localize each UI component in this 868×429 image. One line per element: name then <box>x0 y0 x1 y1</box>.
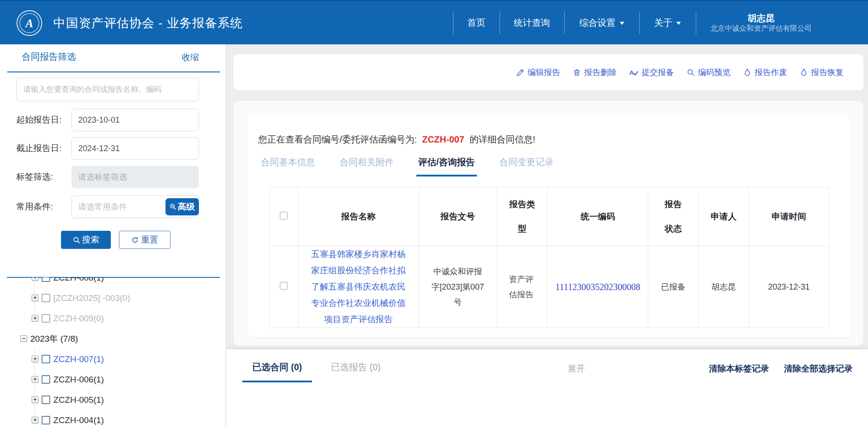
reports-table: 报告名称 报告文号 报告类型 统一编码 报告状态 申请人 申请时间 五寨县韩家楼… <box>269 187 829 328</box>
tree-item[interactable]: + ZCZH-006(1) <box>0 369 225 390</box>
detail-tabs: 合同基本信息 合同相关附件 评估/咨询报告 合同变更记录 <box>259 156 556 176</box>
tree-checkbox[interactable] <box>42 416 50 424</box>
tab-assessment-reports[interactable]: 评估/咨询报告 <box>416 156 477 176</box>
expand-plus-icon[interactable]: + <box>32 295 38 301</box>
contract-tree: + ZCZH-008(1) + [ZCZH2025] -003(0) + ZCZ… <box>0 277 225 429</box>
unified-code-link[interactable]: 1111230035202300008 <box>556 282 641 292</box>
code-preview-action[interactable]: 编码预览 <box>687 67 731 78</box>
expand-plus-icon[interactable]: + <box>32 277 38 281</box>
tree-item[interactable]: + ZCZH-009(0) <box>0 308 225 329</box>
contract-code: ZCZH-007 <box>420 134 467 144</box>
col-applicant: 申请人 <box>711 205 736 229</box>
user-block[interactable]: 胡志昆 北京中诚众和资产评估有限公司 <box>696 1 868 44</box>
expand-plus-icon[interactable]: + <box>32 396 38 403</box>
nav-item-home[interactable]: 首页 <box>453 1 500 44</box>
nav-item-statistics[interactable]: 统计查询 <box>500 1 564 44</box>
expand-plus-icon[interactable]: + <box>32 315 38 322</box>
row-checkbox[interactable] <box>280 282 288 290</box>
delete-report-action[interactable]: 报告删除 <box>573 67 617 78</box>
user-name: 胡志昆 <box>748 12 775 24</box>
pencil-icon <box>516 68 524 76</box>
title-divider <box>7 72 220 72</box>
magnifier-minus-icon <box>170 203 177 210</box>
brand: A 中国资产评估协会 - 业务报备系统 <box>16 1 243 44</box>
end-date-input[interactable] <box>71 137 199 160</box>
association-logo-icon: A <box>16 10 42 36</box>
keyword-search-input[interactable] <box>16 78 199 101</box>
col-report-doc-no: 报告文号 <box>441 205 475 229</box>
svg-text:A: A <box>629 69 634 76</box>
tree-checkbox[interactable] <box>42 355 50 363</box>
select-all-checkbox[interactable] <box>280 212 288 219</box>
submit-check-icon: A <box>629 68 638 76</box>
report-name-link[interactable]: 五寨县韩家楼乡肖家村杨家庄组股份经济合作社拟了解五寨县伟庆农机农民专业合作社农业… <box>311 249 406 324</box>
clear-links: 清除本标签记录 清除全部选择记录 <box>709 363 853 375</box>
nav-item-settings[interactable]: 综合设置 <box>564 1 639 44</box>
tab-contract-attachments[interactable]: 合同相关附件 <box>338 156 396 176</box>
tag-filter-input[interactable] <box>71 166 199 188</box>
tree-item[interactable]: + ZCZH-008(1) <box>0 277 225 288</box>
viewing-heading: 您正在查看合同编号/委托评估函编号为: ZCZH-007 的详细合同信息! <box>258 133 535 146</box>
col-report-name: 报告名称 <box>341 205 376 229</box>
expand-toggle[interactable]: 展开 <box>568 363 585 375</box>
tab-contract-basic-info[interactable]: 合同基本信息 <box>259 156 317 176</box>
clear-tab-records-link[interactable]: 清除本标签记录 <box>709 363 769 375</box>
end-date-label: 截止报告日: <box>16 137 61 160</box>
user-company: 北京中诚众和资产评估有限公司 <box>711 24 812 33</box>
clear-all-records-link[interactable]: 清除全部选择记录 <box>784 363 853 375</box>
magnifier-icon <box>687 68 695 76</box>
void-report-action[interactable]: 报告作废 <box>743 67 787 78</box>
tree-item[interactable]: + ZCZH-004(1) <box>0 410 225 429</box>
app-title: 中国资产评估协会 - 业务报备系统 <box>53 15 243 31</box>
tree-item[interactable]: + ZCZH-005(1) <box>0 390 225 410</box>
col-apply-time: 申请时间 <box>772 205 806 229</box>
expand-plus-icon[interactable]: + <box>32 376 38 383</box>
heading-prefix: 您正在查看合同编号/委托评估函编号为: <box>258 134 417 144</box>
tree-checkbox[interactable] <box>42 396 50 404</box>
filter-panel-title: 合同报告筛选 <box>22 51 76 63</box>
tree-item[interactable]: + [ZCZH2025] -003(0) <box>0 288 225 308</box>
collapse-minus-icon[interactable]: − <box>20 335 27 342</box>
expand-plus-icon[interactable]: + <box>32 417 38 424</box>
tab-contract-change-records[interactable]: 合同变更记录 <box>498 156 556 176</box>
reset-button[interactable]: 重置 <box>119 231 170 249</box>
tree-checkbox[interactable] <box>42 277 50 282</box>
table-header-row: 报告名称 报告文号 报告类型 统一编码 报告状态 申请人 申请时间 <box>270 187 829 246</box>
report-doc-no: 中诚众和评报字[2023]第007号 <box>419 246 497 328</box>
nav-item-about[interactable]: 关于 <box>639 1 696 44</box>
col-report-type: 报告类型 <box>509 192 536 240</box>
chevron-down-icon <box>620 22 624 27</box>
tree-year-node[interactable]: − 2023年 (7/8) <box>0 329 225 349</box>
tree-checkbox[interactable] <box>42 314 50 323</box>
restore-report-action[interactable]: 报告恢复 <box>800 67 844 78</box>
report-type: 资产评估报告 <box>509 272 535 302</box>
start-date-input[interactable] <box>71 109 199 131</box>
start-date-row: 起始报告日: <box>16 109 199 131</box>
col-unified-code: 统一编码 <box>580 205 615 229</box>
submit-report-action[interactable]: A 提交报备 <box>629 67 674 78</box>
applicant: 胡志昆 <box>698 246 749 328</box>
magnifier-icon <box>73 236 80 244</box>
droplet-icon <box>800 68 808 76</box>
filter-sidebar: 合同报告筛选 收缩 起始报告日: 截止报告日: 标签筛选: 常用条件: 高级 搜… <box>0 44 226 429</box>
tree-checkbox[interactable] <box>42 375 50 384</box>
tree-checkbox[interactable] <box>42 294 50 302</box>
chevron-down-icon <box>676 22 681 27</box>
trash-icon <box>573 68 581 76</box>
detail-outer-card: 您正在查看合同编号/委托评估函编号为: ZCZH-007 的详细合同信息! 合同… <box>233 100 863 346</box>
expand-plus-icon[interactable]: + <box>32 356 38 362</box>
advanced-button[interactable]: 高级 <box>165 198 199 215</box>
common-condition-label: 常用条件: <box>16 195 53 218</box>
refresh-icon <box>131 236 139 244</box>
svg-text:A: A <box>24 17 33 30</box>
contract-detail-panel: 您正在查看合同编号/委托评估函编号为: ZCZH-007 的详细合同信息! 合同… <box>247 114 850 337</box>
search-button[interactable]: 搜索 <box>61 231 111 249</box>
tree-item[interactable]: + ZCZH-007(1) <box>0 349 225 369</box>
collapse-link[interactable]: 收缩 <box>182 52 199 63</box>
selected-contracts-tab[interactable]: 已选合同 (0) <box>242 361 312 382</box>
selected-reports-tab[interactable]: 已选报告 (0) <box>321 361 391 381</box>
app-header: A 中国资产评估协会 - 业务报备系统 首页 统计查询 综合设置 关于 胡志昆 … <box>0 0 868 44</box>
heading-suffix: 的详细合同信息! <box>470 134 536 144</box>
tag-filter-row: 标签筛选: <box>16 166 199 188</box>
edit-report-action[interactable]: 编辑报告 <box>516 67 560 78</box>
